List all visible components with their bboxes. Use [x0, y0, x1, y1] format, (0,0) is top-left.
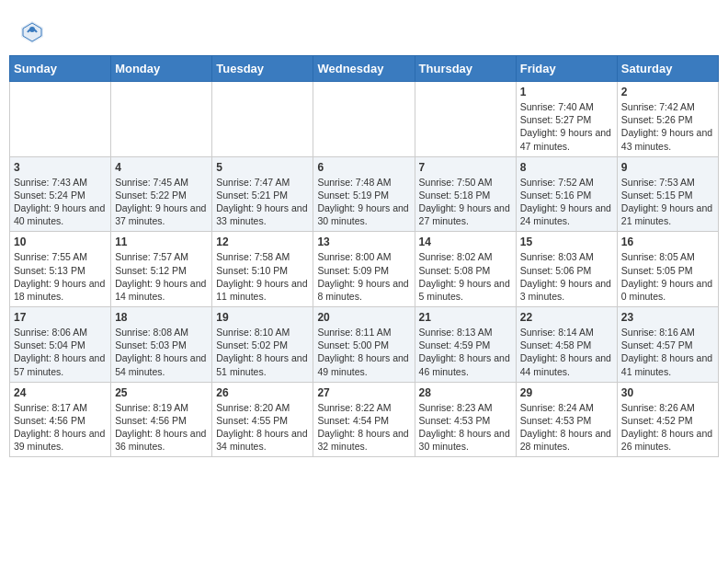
- cell-sunset: Sunset: 5:06 PM: [520, 265, 592, 276]
- day-number: 15: [520, 236, 613, 248]
- cell-sunset: Sunset: 5:04 PM: [14, 339, 85, 350]
- day-number: 22: [520, 311, 613, 324]
- calendar-cell: 12Sunrise: 7:58 AMSunset: 5:10 PMDayligh…: [212, 232, 313, 307]
- logo: [18, 18, 51, 46]
- day-number: 19: [216, 311, 309, 324]
- calendar-cell: 21Sunrise: 8:13 AMSunset: 4:59 PMDayligh…: [415, 307, 516, 383]
- cell-daylight: Daylight: 9 hours and 27 minutes.: [419, 202, 510, 226]
- cell-sunrise: Sunrise: 7:55 AM: [14, 251, 87, 262]
- cell-daylight: Daylight: 8 hours and 46 minutes.: [419, 352, 510, 376]
- cell-sunset: Sunset: 4:57 PM: [621, 339, 693, 350]
- cell-sunrise: Sunrise: 7:45 AM: [115, 177, 188, 188]
- calendar-cell: [10, 82, 111, 157]
- day-number: 10: [14, 236, 107, 248]
- cell-daylight: Daylight: 9 hours and 11 minutes.: [216, 278, 307, 302]
- calendar-cell: [111, 82, 212, 157]
- cell-sunset: Sunset: 5:26 PM: [621, 114, 693, 125]
- calendar-cell: 9Sunrise: 7:53 AMSunset: 5:15 PMDaylight…: [617, 156, 718, 232]
- cell-daylight: Daylight: 9 hours and 33 minutes.: [216, 202, 307, 226]
- cell-sunrise: Sunrise: 8:08 AM: [115, 327, 188, 338]
- cell-sunrise: Sunrise: 8:20 AM: [216, 402, 290, 413]
- day-number: 8: [520, 161, 613, 174]
- cell-sunrise: Sunrise: 8:13 AM: [419, 327, 493, 338]
- calendar-week-row: 10Sunrise: 7:55 AMSunset: 5:13 PMDayligh…: [10, 232, 719, 307]
- cell-sunset: Sunset: 5:02 PM: [216, 339, 288, 350]
- cell-sunset: Sunset: 5:09 PM: [317, 265, 389, 276]
- day-number: 12: [216, 236, 309, 248]
- day-number: 28: [419, 386, 512, 399]
- cell-sunset: Sunset: 4:53 PM: [520, 415, 592, 426]
- day-number: 30: [621, 386, 714, 399]
- cell-daylight: Daylight: 8 hours and 41 minutes.: [621, 352, 712, 376]
- day-number: 21: [419, 311, 512, 324]
- calendar-week-row: 24Sunrise: 8:17 AMSunset: 4:56 PMDayligh…: [10, 382, 719, 457]
- cell-sunrise: Sunrise: 8:06 AM: [14, 327, 87, 338]
- cell-sunrise: Sunrise: 8:24 AM: [520, 402, 594, 413]
- day-number: 16: [621, 236, 714, 248]
- calendar-week-row: 3Sunrise: 7:43 AMSunset: 5:24 PMDaylight…: [10, 156, 719, 232]
- cell-sunset: Sunset: 4:55 PM: [216, 415, 288, 426]
- calendar-cell: 6Sunrise: 7:48 AMSunset: 5:19 PMDaylight…: [313, 156, 415, 232]
- cell-daylight: Daylight: 9 hours and 40 minutes.: [14, 202, 105, 226]
- day-number: 26: [216, 386, 309, 399]
- cell-sunrise: Sunrise: 8:00 AM: [317, 251, 391, 262]
- day-header-saturday: Saturday: [617, 56, 718, 82]
- calendar-cell: 22Sunrise: 8:14 AMSunset: 4:58 PMDayligh…: [516, 307, 617, 383]
- cell-sunrise: Sunrise: 8:23 AM: [419, 402, 493, 413]
- cell-sunset: Sunset: 5:18 PM: [419, 190, 491, 201]
- calendar-cell: 7Sunrise: 7:50 AMSunset: 5:18 PMDaylight…: [415, 156, 516, 232]
- day-number: 13: [317, 236, 410, 248]
- day-header-thursday: Thursday: [415, 56, 516, 82]
- cell-daylight: Daylight: 9 hours and 5 minutes.: [419, 278, 510, 302]
- cell-sunset: Sunset: 5:12 PM: [115, 265, 187, 276]
- calendar-cell: 30Sunrise: 8:26 AMSunset: 4:52 PMDayligh…: [617, 382, 718, 457]
- calendar-cell: 15Sunrise: 8:03 AMSunset: 5:06 PMDayligh…: [516, 232, 617, 307]
- calendar-cell: [415, 82, 516, 157]
- day-number: 2: [621, 86, 714, 98]
- cell-daylight: Daylight: 9 hours and 18 minutes.: [14, 278, 105, 302]
- day-number: 9: [621, 161, 714, 174]
- cell-sunset: Sunset: 5:22 PM: [115, 190, 187, 201]
- day-number: 25: [115, 386, 208, 399]
- cell-sunrise: Sunrise: 7:42 AM: [621, 101, 695, 112]
- day-number: 29: [520, 386, 613, 399]
- day-header-friday: Friday: [516, 56, 617, 82]
- cell-sunrise: Sunrise: 8:03 AM: [520, 251, 594, 262]
- day-header-monday: Monday: [111, 56, 212, 82]
- page-header: [9, 9, 719, 51]
- cell-daylight: Daylight: 8 hours and 28 minutes.: [520, 428, 611, 452]
- cell-sunrise: Sunrise: 7:52 AM: [520, 177, 594, 188]
- cell-daylight: Daylight: 8 hours and 44 minutes.: [520, 352, 611, 376]
- calendar-cell: 23Sunrise: 8:16 AMSunset: 4:57 PMDayligh…: [617, 307, 718, 383]
- cell-daylight: Daylight: 9 hours and 43 minutes.: [621, 127, 712, 151]
- day-number: 5: [216, 161, 309, 174]
- cell-sunset: Sunset: 5:16 PM: [520, 190, 592, 201]
- day-number: 23: [621, 311, 714, 324]
- cell-daylight: Daylight: 8 hours and 32 minutes.: [317, 428, 408, 452]
- cell-sunset: Sunset: 4:53 PM: [419, 415, 491, 426]
- cell-daylight: Daylight: 9 hours and 14 minutes.: [115, 278, 206, 302]
- cell-sunrise: Sunrise: 7:43 AM: [14, 177, 87, 188]
- calendar-cell: 24Sunrise: 8:17 AMSunset: 4:56 PMDayligh…: [10, 382, 111, 457]
- cell-daylight: Daylight: 9 hours and 24 minutes.: [520, 202, 611, 226]
- calendar-cell: 8Sunrise: 7:52 AMSunset: 5:16 PMDaylight…: [516, 156, 617, 232]
- cell-sunrise: Sunrise: 7:58 AM: [216, 251, 290, 262]
- calendar-cell: [212, 82, 313, 157]
- cell-sunset: Sunset: 5:05 PM: [621, 265, 693, 276]
- cell-daylight: Daylight: 9 hours and 0 minutes.: [621, 278, 712, 302]
- cell-sunrise: Sunrise: 7:57 AM: [115, 251, 188, 262]
- cell-sunrise: Sunrise: 8:16 AM: [621, 327, 695, 338]
- day-header-sunday: Sunday: [10, 56, 111, 82]
- cell-sunrise: Sunrise: 8:10 AM: [216, 327, 290, 338]
- calendar-cell: 14Sunrise: 8:02 AMSunset: 5:08 PMDayligh…: [415, 232, 516, 307]
- cell-sunrise: Sunrise: 8:26 AM: [621, 402, 695, 413]
- calendar-cell: 1Sunrise: 7:40 AMSunset: 5:27 PMDaylight…: [516, 82, 617, 157]
- cell-sunset: Sunset: 4:56 PM: [115, 415, 187, 426]
- logo-icon: [18, 18, 46, 46]
- cell-daylight: Daylight: 9 hours and 3 minutes.: [520, 278, 611, 302]
- cell-sunset: Sunset: 5:15 PM: [621, 190, 693, 201]
- cell-sunrise: Sunrise: 8:14 AM: [520, 327, 594, 338]
- calendar-week-row: 17Sunrise: 8:06 AMSunset: 5:04 PMDayligh…: [10, 307, 719, 383]
- calendar-table: SundayMondayTuesdayWednesdayThursdayFrid…: [9, 55, 719, 457]
- cell-sunset: Sunset: 5:08 PM: [419, 265, 491, 276]
